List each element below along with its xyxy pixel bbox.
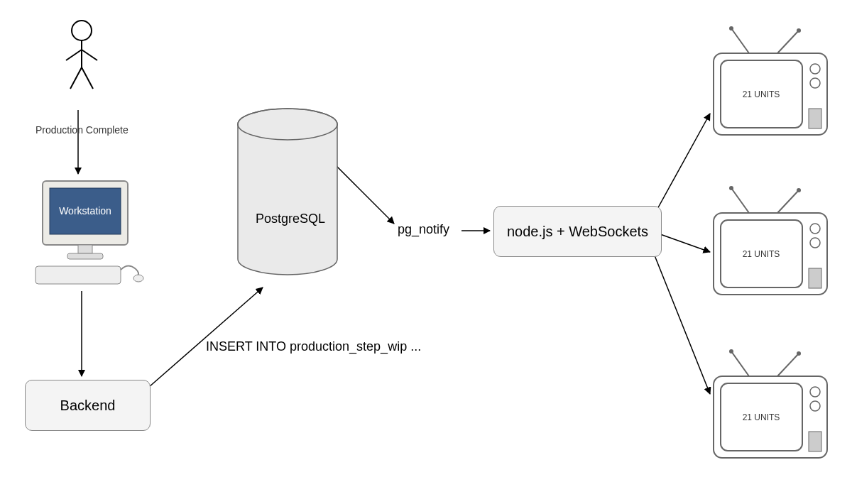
- svg-point-43: [797, 351, 801, 356]
- svg-line-33: [777, 190, 799, 213]
- backend-node: Backend: [25, 380, 151, 431]
- svg-line-11: [82, 50, 97, 60]
- svg-line-22: [731, 28, 749, 53]
- sql-statement-label: INSERT INTO production_step_wip ...: [206, 339, 421, 354]
- workstation-icon: Workstation: [28, 177, 149, 294]
- actor-label: Production Complete: [36, 124, 129, 136]
- svg-rect-30: [809, 109, 821, 128]
- svg-point-8: [72, 21, 92, 40]
- svg-line-2: [149, 287, 263, 387]
- tv-display-2: 21 UNITS: [710, 185, 831, 305]
- svg-point-25: [797, 28, 801, 33]
- svg-rect-16: [78, 245, 92, 253]
- svg-point-34: [797, 188, 801, 192]
- svg-rect-39: [809, 268, 821, 288]
- svg-rect-17: [67, 253, 103, 259]
- svg-point-23: [729, 26, 733, 31]
- svg-line-40: [731, 351, 749, 376]
- svg-line-42: [777, 354, 799, 376]
- svg-line-7: [653, 252, 710, 394]
- pg-notify-label: pg_notify: [398, 222, 449, 237]
- svg-point-19: [133, 275, 143, 282]
- database-icon: [231, 106, 344, 287]
- backend-label: Backend: [60, 398, 116, 414]
- database-label: PostgreSQL: [256, 212, 325, 226]
- tv-1-text: 21 UNITS: [743, 89, 780, 99]
- svg-line-5: [653, 114, 710, 217]
- svg-line-12: [70, 67, 82, 89]
- svg-rect-48: [809, 432, 821, 451]
- server-label: node.js + WebSockets: [507, 224, 648, 240]
- tv-display-3: 21 UNITS: [710, 348, 831, 468]
- actor-icon: [60, 18, 103, 99]
- svg-line-13: [82, 67, 93, 89]
- svg-point-41: [729, 349, 733, 354]
- server-node: node.js + WebSockets: [493, 206, 662, 257]
- svg-line-31: [731, 188, 749, 213]
- workstation-screen-text: Workstation: [59, 205, 111, 217]
- tv-3-text: 21 UNITS: [743, 412, 780, 422]
- svg-point-32: [729, 186, 733, 190]
- tv-display-1: 21 UNITS: [710, 25, 831, 145]
- svg-line-6: [660, 234, 710, 252]
- svg-line-10: [66, 50, 82, 60]
- svg-line-24: [777, 31, 799, 53]
- svg-rect-18: [36, 266, 121, 284]
- tv-2-text: 21 UNITS: [743, 249, 780, 259]
